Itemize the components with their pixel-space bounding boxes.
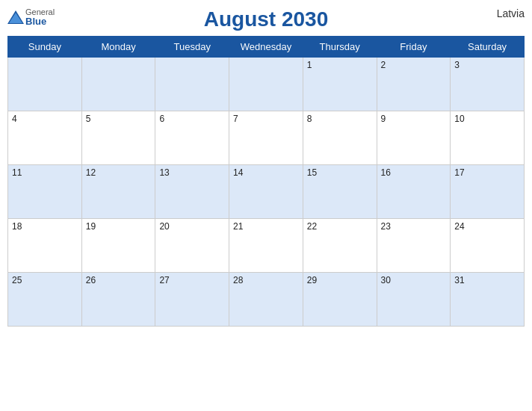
day-number: 3 [454,60,520,70]
logo-area: General Blue [7,7,55,27]
calendar-body: 1234567891011121314151617181920212223242… [8,58,525,327]
day-number: 31 [454,275,520,285]
calendar-cell: 3 [451,58,525,111]
calendar-table: Sunday Monday Tuesday Wednesday Thursday… [7,36,525,327]
calendar-cell: 13 [155,165,229,219]
day-number: 30 [381,275,447,285]
calendar-cell: 23 [377,219,451,273]
col-monday: Monday [81,37,155,58]
day-number: 5 [86,114,152,124]
calendar-cell: 29 [303,273,377,327]
calendar-cell [229,58,303,111]
calendar-cell: 30 [377,273,451,327]
day-number: 29 [307,275,373,285]
day-number: 22 [307,221,373,232]
day-number: 6 [159,114,225,124]
calendar-cell [81,58,155,111]
calendar-cell: 26 [81,273,155,327]
day-number: 9 [381,114,447,124]
calendar-cell: 25 [8,273,82,327]
day-number: 17 [454,167,520,178]
week-row-1: 45678910 [8,111,525,165]
col-wednesday: Wednesday [229,37,303,58]
col-friday: Friday [377,37,451,58]
day-number: 14 [233,167,299,178]
calendar-cell: 17 [451,165,525,219]
week-row-4: 25262728293031 [8,273,525,327]
calendar-container: General Blue August 2030 Latvia Sunday M… [0,0,532,411]
day-number: 4 [12,114,78,124]
calendar-cell: 14 [229,165,303,219]
calendar-cell: 12 [81,165,155,219]
day-number: 11 [12,167,78,178]
day-number: 24 [454,221,520,232]
day-number: 28 [233,275,299,285]
calendar-cell: 9 [377,111,451,165]
calendar-cell: 11 [8,165,82,219]
week-row-2: 11121314151617 [8,165,525,219]
col-saturday: Saturday [451,37,525,58]
logo-icon [7,10,24,24]
calendar-cell: 24 [451,219,525,273]
calendar-header: General Blue August 2030 Latvia [7,7,525,31]
calendar-cell: 15 [303,165,377,219]
calendar-cell: 6 [155,111,229,165]
calendar-title: August 2030 [204,7,329,31]
col-tuesday: Tuesday [155,37,229,58]
day-number: 20 [159,221,225,232]
day-number: 23 [381,221,447,232]
day-number: 13 [159,167,225,178]
week-row-0: 123 [8,58,525,111]
calendar-cell: 1 [303,58,377,111]
logo-blue-text: Blue [25,16,55,27]
calendar-cell: 21 [229,219,303,273]
weekday-header-row: Sunday Monday Tuesday Wednesday Thursday… [8,37,525,58]
calendar-cell: 2 [377,58,451,111]
calendar-cell: 20 [155,219,229,273]
day-number: 16 [381,167,447,178]
calendar-cell [8,58,82,111]
day-number: 15 [307,167,373,178]
calendar-cell: 31 [451,273,525,327]
day-number: 7 [233,114,299,124]
country-label: Latvia [497,7,525,19]
calendar-cell: 7 [229,111,303,165]
day-number: 19 [86,221,152,232]
calendar-cell: 10 [451,111,525,165]
day-number: 21 [233,221,299,232]
calendar-cell: 27 [155,273,229,327]
calendar-cell: 28 [229,273,303,327]
calendar-cell: 18 [8,219,82,273]
col-sunday: Sunday [8,37,82,58]
day-number: 26 [86,275,152,285]
calendar-cell: 4 [8,111,82,165]
day-number: 25 [12,275,78,285]
day-number: 18 [12,221,78,232]
day-number: 27 [159,275,225,285]
svg-marker-1 [9,13,22,23]
calendar-cell: 19 [81,219,155,273]
day-number: 8 [307,114,373,124]
calendar-cell [155,58,229,111]
week-row-3: 18192021222324 [8,219,525,273]
calendar-cell: 16 [377,165,451,219]
calendar-cell: 8 [303,111,377,165]
day-number: 2 [381,60,447,70]
day-number: 1 [307,60,373,70]
calendar-cell: 5 [81,111,155,165]
col-thursday: Thursday [303,37,377,58]
day-number: 10 [454,114,520,124]
calendar-cell: 22 [303,219,377,273]
day-number: 12 [86,167,152,178]
